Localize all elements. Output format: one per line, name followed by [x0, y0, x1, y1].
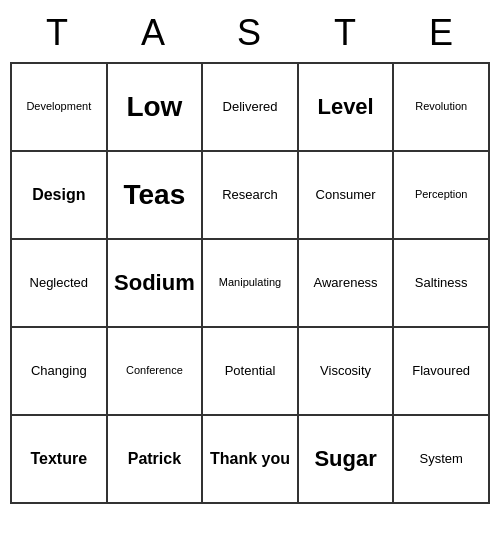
header-row: TASTE	[10, 8, 490, 58]
bingo-cell-2-3: Awareness	[299, 240, 395, 328]
cell-text-2-3: Awareness	[314, 275, 378, 291]
bingo-cell-4-4: System	[394, 416, 490, 504]
bingo-cell-2-2: Manipulating	[203, 240, 299, 328]
cell-text-1-2: Research	[222, 187, 278, 203]
cell-text-1-4: Perception	[415, 188, 468, 201]
cell-text-4-4: System	[420, 451, 463, 467]
cell-text-2-0: Neglected	[30, 275, 89, 291]
cell-text-2-1: Sodium	[114, 270, 195, 296]
cell-text-3-0: Changing	[31, 363, 87, 379]
bingo-cell-2-1: Sodium	[108, 240, 204, 328]
cell-text-0-0: Development	[26, 100, 91, 113]
bingo-cell-3-4: Flavoured	[394, 328, 490, 416]
cell-text-4-0: Texture	[30, 449, 87, 468]
bingo-cell-1-1: Teas	[108, 152, 204, 240]
cell-text-3-1: Conference	[126, 364, 183, 377]
cell-text-3-4: Flavoured	[412, 363, 470, 379]
header-letter-t: T	[298, 8, 394, 58]
bingo-grid: DevelopmentLowDeliveredLevelRevolutionDe…	[10, 62, 490, 504]
cell-text-4-2: Thank you	[210, 449, 290, 468]
bingo-cell-3-0: Changing	[12, 328, 108, 416]
cell-text-4-1: Patrick	[128, 449, 181, 468]
bingo-cell-0-3: Level	[299, 64, 395, 152]
cell-text-0-2: Delivered	[223, 99, 278, 115]
bingo-cell-0-2: Delivered	[203, 64, 299, 152]
bingo-cell-3-3: Viscosity	[299, 328, 395, 416]
header-letter-e: E	[394, 8, 490, 58]
cell-text-1-3: Consumer	[316, 187, 376, 203]
bingo-cell-2-4: Saltiness	[394, 240, 490, 328]
header-letter-s: S	[202, 8, 298, 58]
bingo-cell-4-1: Patrick	[108, 416, 204, 504]
cell-text-2-4: Saltiness	[415, 275, 468, 291]
cell-text-0-1: Low	[126, 90, 182, 124]
cell-text-1-1: Teas	[124, 178, 186, 212]
cell-text-0-4: Revolution	[415, 100, 467, 113]
bingo-cell-3-2: Potential	[203, 328, 299, 416]
bingo-cell-0-0: Development	[12, 64, 108, 152]
bingo-container: TASTE DevelopmentLowDeliveredLevelRevolu…	[10, 0, 490, 512]
bingo-cell-2-0: Neglected	[12, 240, 108, 328]
bingo-cell-4-3: Sugar	[299, 416, 395, 504]
header-letter-a: A	[106, 8, 202, 58]
bingo-cell-1-3: Consumer	[299, 152, 395, 240]
bingo-cell-0-4: Revolution	[394, 64, 490, 152]
bingo-cell-4-0: Texture	[12, 416, 108, 504]
cell-text-2-2: Manipulating	[219, 276, 281, 289]
bingo-cell-1-4: Perception	[394, 152, 490, 240]
cell-text-3-3: Viscosity	[320, 363, 371, 379]
cell-text-1-0: Design	[32, 185, 85, 204]
cell-text-4-3: Sugar	[314, 446, 376, 472]
bingo-cell-0-1: Low	[108, 64, 204, 152]
cell-text-0-3: Level	[317, 94, 373, 120]
bingo-cell-1-0: Design	[12, 152, 108, 240]
bingo-cell-1-2: Research	[203, 152, 299, 240]
bingo-cell-4-2: Thank you	[203, 416, 299, 504]
header-letter-t: T	[10, 8, 106, 58]
cell-text-3-2: Potential	[225, 363, 276, 379]
bingo-cell-3-1: Conference	[108, 328, 204, 416]
